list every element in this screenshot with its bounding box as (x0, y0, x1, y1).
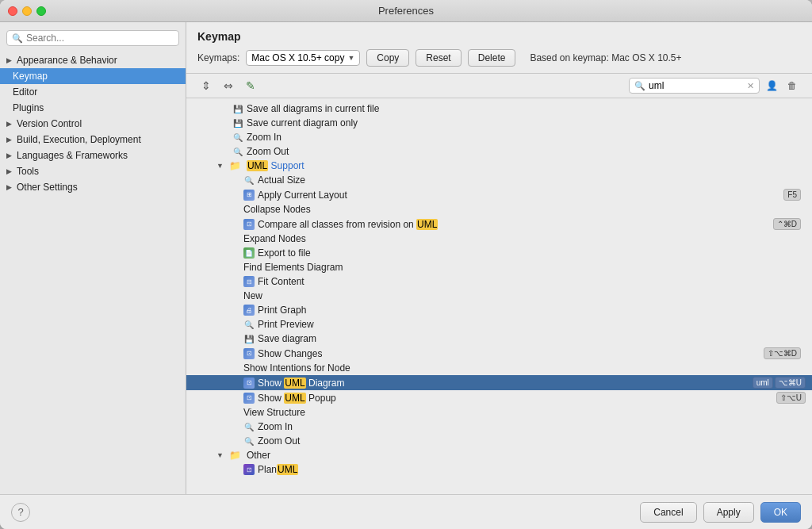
sidebar-search-input[interactable] (26, 33, 174, 44)
collapse-all-button[interactable]: ⇔ (220, 77, 237, 94)
filter-button[interactable]: 👤 (763, 77, 780, 94)
tree-item-zoom-in-2[interactable]: 🔍 Zoom In (186, 420, 812, 434)
keymap-select[interactable]: Mac OS X 10.5+ copy ▼ (246, 50, 360, 66)
key-badge-uml: uml (753, 377, 773, 389)
tree-item-new[interactable]: New (186, 289, 812, 303)
tree-item-label: Zoom Out (247, 146, 289, 157)
clear-search-button[interactable]: ✕ (747, 81, 754, 91)
tree-item-print-preview[interactable]: 🔍 Print Preview (186, 317, 812, 332)
sidebar-item-tools[interactable]: ▶ Tools (0, 163, 186, 179)
uml-highlight: UML (284, 393, 305, 404)
sidebar-item-label: Keymap (13, 71, 48, 82)
tree-item-label: Collapse Nodes (243, 204, 311, 215)
sidebar-item-label: Build, Execution, Deployment (17, 134, 141, 145)
minimize-button[interactable] (22, 6, 32, 16)
zoom-icon: 🔍 (243, 174, 255, 186)
shortcut-badge: ⇧⌥⌘D (764, 347, 801, 359)
tree-item-view-structure[interactable]: View Structure (186, 405, 812, 420)
panel-title: Keymap (197, 30, 801, 43)
expand-all-button[interactable]: ⇕ (197, 77, 215, 94)
preferences-window: Preferences 🔍 ▶ Appearance & Behavior Ke… (0, 0, 812, 529)
chevron-down-icon: ▼ (216, 162, 224, 170)
chevron-down-icon: ▼ (216, 451, 224, 459)
close-button[interactable] (8, 6, 17, 16)
tree-item-plan-uml[interactable]: ⊡ PlanUML (186, 462, 812, 477)
collapse-all-icon: ⇔ (224, 79, 233, 92)
delete-button[interactable]: Delete (468, 49, 516, 67)
tree-item-label: Show UML Popup (258, 393, 336, 404)
expand-all-icon: ⇕ (201, 79, 211, 92)
shortcut-badge: ⇧⌥U (776, 392, 806, 404)
tree-item-print-graph[interactable]: 🖨 Print Graph (186, 303, 812, 317)
reset-button[interactable]: Reset (416, 49, 461, 67)
tree-item-save-diagram[interactable]: 💾 Save diagram (186, 332, 812, 346)
tree-group-label: Other (247, 450, 270, 461)
sidebar-item-label: Languages & Frameworks (17, 150, 128, 161)
keymap-search-field[interactable]: 🔍 ✕ (629, 78, 760, 94)
sidebar-item-label: Version Control (17, 118, 82, 129)
footer: ? Cancel Apply OK (0, 494, 812, 529)
sidebar-search-box[interactable]: 🔍 (6, 30, 179, 46)
sidebar-search-icon: 🔍 (12, 33, 23, 44)
tree-item-compare-all[interactable]: ⊡ Compare all classes from revision on U… (186, 217, 812, 232)
keymap-search-input[interactable] (649, 80, 744, 91)
tree-item-actual-size[interactable]: 🔍 Actual Size (186, 173, 812, 187)
edit-shortcut-button[interactable]: ✎ (242, 77, 259, 94)
tree-item-label: Compare all classes from revision on UML (258, 219, 438, 230)
traffic-lights (8, 6, 46, 16)
tree-item-apply-current-layout[interactable]: ⊞ Apply Current Layout F5 (186, 187, 812, 202)
tree-item-label: Save all diagrams in current file (247, 103, 379, 114)
sidebar-item-version-control[interactable]: ▶ Version Control (0, 116, 186, 132)
tree-item-show-intentions[interactable]: Show Intentions for Node (186, 361, 812, 375)
tree-item-show-changes[interactable]: ⊡ Show Changes ⇧⌥⌘D (186, 346, 812, 361)
fit-icon: ⊟ (243, 276, 255, 287)
tree-item-show-uml-diagram[interactable]: ⊡ Show UML Diagram uml ⌥⌘U (186, 375, 812, 390)
tree-item-save-current[interactable]: 💾 Save current diagram only (186, 116, 812, 130)
cancel-button[interactable]: Cancel (640, 502, 696, 523)
tree-item-label: Show Intentions for Node (243, 362, 350, 374)
sidebar: 🔍 ▶ Appearance & Behavior Keymap Editor … (0, 22, 186, 494)
tree-item-save-all[interactable]: 💾 Save all diagrams in current file (186, 102, 812, 116)
tree-item-zoom-out-1[interactable]: 🔍 Zoom Out (186, 144, 812, 159)
sidebar-item-languages[interactable]: ▶ Languages & Frameworks (0, 148, 186, 163)
copy-button[interactable]: Copy (366, 49, 409, 67)
delete-filter-button[interactable]: 🗑 (783, 77, 801, 94)
sidebar-item-build[interactable]: ▶ Build, Execution, Deployment (0, 132, 186, 148)
apply-button[interactable]: Apply (703, 502, 754, 523)
search-right: 🔍 ✕ 👤 🗑 (629, 77, 801, 94)
maximize-button[interactable] (36, 6, 46, 16)
chevron-right-icon: ▶ (6, 167, 12, 175)
sidebar-item-editor[interactable]: Editor (0, 84, 186, 100)
tree-item-show-uml-popup[interactable]: ⊡ Show UML Popup ⇧⌥U (186, 390, 812, 405)
edit-icon: ✎ (246, 79, 255, 92)
support-label: Support (268, 160, 304, 171)
tree-item-find-elements[interactable]: Find Elements Diagram (186, 260, 812, 274)
folder-icon: 📁 (229, 160, 241, 171)
key-badge: ⌃⌘D (773, 218, 801, 230)
keymap-tree[interactable]: 💾 Save all diagrams in current file 💾 Sa… (186, 98, 812, 494)
zoom-out-icon: 🔍 (232, 146, 243, 157)
tree-item-label: Zoom In (247, 132, 282, 143)
sidebar-item-plugins[interactable]: Plugins (0, 100, 186, 116)
tree-item-label: View Structure (243, 407, 305, 418)
tree-item-export-file[interactable]: 📄 Export to file (186, 246, 812, 260)
tree-group-uml-support[interactable]: ▼ 📁 UML Support (186, 159, 812, 173)
tree-item-zoom-in-1[interactable]: 🔍 Zoom In (186, 130, 812, 144)
help-button[interactable]: ? (11, 503, 30, 522)
tree-item-expand-nodes[interactable]: Expand Nodes (186, 232, 812, 246)
tree-item-label: Show UML Diagram (258, 378, 344, 389)
save-diagram-icon: 💾 (243, 333, 255, 344)
sidebar-item-other-settings[interactable]: ▶ Other Settings (0, 179, 186, 195)
tree-item-label: Zoom In (258, 421, 293, 432)
key-badge: ⇧⌥⌘D (764, 347, 801, 359)
tree-item-zoom-out-2[interactable]: 🔍 Zoom Out (186, 434, 812, 448)
window-title: Preferences (378, 5, 434, 17)
chevron-right-icon: ▶ (6, 120, 12, 128)
tree-item-label: Print Preview (258, 319, 314, 330)
tree-item-collapse-nodes[interactable]: Collapse Nodes (186, 202, 812, 217)
tree-group-other[interactable]: ▼ 📁 Other (186, 448, 812, 462)
tree-item-fit-content[interactable]: ⊟ Fit Content (186, 274, 812, 289)
sidebar-item-appearance[interactable]: ▶ Appearance & Behavior (0, 52, 186, 68)
sidebar-item-keymap[interactable]: Keymap (0, 68, 186, 84)
ok-button[interactable]: OK (760, 502, 801, 523)
